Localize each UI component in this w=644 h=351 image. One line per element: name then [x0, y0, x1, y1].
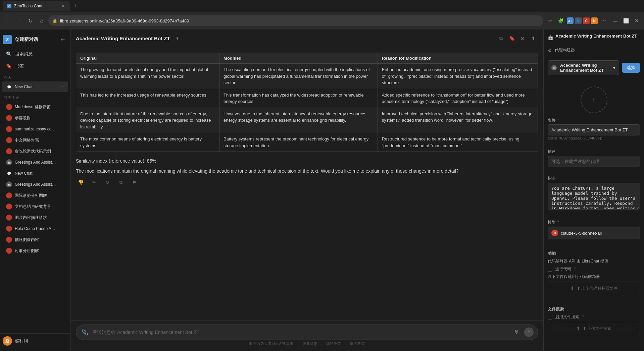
forward-button[interactable]: →	[14, 16, 23, 25]
footer-terms-link[interactable]: 服务政策	[350, 341, 365, 346]
upload-code-icon: ⬆	[570, 285, 574, 291]
sidebar-item-search[interactable]: 🔍 搜索消息	[2, 48, 68, 60]
model-selector[interactable]: C claude-3-5-sonnet-all	[548, 227, 640, 239]
summarize-label: summarize essay content req	[15, 127, 57, 131]
congrats-label: 恭喜发财	[15, 115, 57, 121]
table-cell-modified-1: The escalating demand for electrical ene…	[219, 64, 378, 89]
agent-builder-label: 代理构建器	[555, 47, 575, 53]
back-button[interactable]: ←	[3, 16, 12, 25]
enable-search-checkbox[interactable]	[548, 315, 552, 319]
footer-privacy-link[interactable]: 隐私政策	[326, 341, 341, 346]
sidebar-item-new-chat-active[interactable]: 💬 New Chat ⋯	[2, 81, 68, 92]
hola-label: Hola Cómo Puedo Ayudarte	[15, 226, 57, 231]
sidebar-item-summary[interactable]: 文档总结与研究背景 ⋯	[2, 201, 68, 212]
regenerate-button[interactable]: ↻	[103, 178, 112, 187]
new-chat-more-button[interactable]: ⋯	[59, 84, 64, 90]
feature-section: 功能 代码解释器 API 由 LibreChat 提供 运行代码 ? 以下文件仅…	[548, 248, 640, 298]
congrats-icon	[6, 115, 12, 121]
sidebar-item-greetings2[interactable]: 🤖 Greetings And Assistance Ind ⋯	[2, 179, 68, 190]
sidebar-item-newchat2[interactable]: 💬 New Chat ⋯	[2, 168, 68, 179]
mic-button[interactable]: 🎙	[512, 328, 522, 337]
desc-field-label: 描述	[548, 149, 640, 155]
run-code-item: 运行代码 ?	[548, 266, 640, 272]
user-avatar[interactable]: 赵	[3, 336, 12, 346]
name-section: 名称 * agent_9D8yfbqBggjBGLDvIFVPp	[548, 117, 640, 143]
past7-section-label: 过去 7 天	[0, 93, 70, 102]
ext-icon-3[interactable]: N	[591, 17, 598, 24]
active-tab[interactable]: Z ZetaTechs Chat ✕	[3, 1, 70, 11]
copy-message-button[interactable]: ⧉	[116, 178, 126, 187]
extensions-button[interactable]: 🧩	[556, 16, 565, 25]
table-cell-original-2: This has led to the increased usage of r…	[76, 89, 219, 108]
thumbsdown-button[interactable]: 👎	[76, 178, 85, 187]
sidebar-item-bookmarks[interactable]: 🔖 书签	[2, 60, 68, 72]
ext-icon-2[interactable]: C	[583, 17, 590, 24]
url-text: libre.zetatechs.online/c/a26a35a6-9a39-4…	[60, 18, 189, 23]
summary-icon	[6, 203, 12, 210]
footer-status-link[interactable]: 服务状态	[302, 341, 317, 346]
upload-code-area[interactable]: ⬆ ⬆ 上传代码解释器文件	[548, 282, 640, 295]
game-label: 贪吃蛇游戏代码示例	[15, 149, 57, 154]
avatar-upload-area[interactable]: +	[581, 86, 607, 113]
home-button[interactable]: ⌂	[37, 16, 46, 25]
sidebar-item-game[interactable]: 贪吃蛇游戏代码示例 ⋯	[2, 146, 68, 157]
address-bar[interactable]: 🔒 libre.zetatechs.online/c/a26a35a6-9a39…	[48, 15, 543, 26]
table-cell-original-3: Due to the intermittent nature of the re…	[76, 108, 219, 133]
sidebar-item-greetings1[interactable]: 🤖 Greetings And Assistance Ind ⋯	[2, 157, 68, 168]
bot-selector[interactable]: 🤖 Academic Writing Enhancement Bot ZT ▾	[548, 60, 619, 75]
sidebar-item-chinese[interactable]: 中文网络对骂 ⋯	[2, 135, 68, 145]
sidebar-item-hola[interactable]: Hola Cómo Puedo Ayudarte ⋯	[2, 223, 68, 234]
markdown-label: Markdown 链接新窗□打开	[15, 104, 57, 110]
tab-close-button[interactable]: ✕	[60, 3, 66, 9]
chat-header: Academic Writing Enhancement Bot ZT ▾ ⧉ …	[70, 30, 543, 47]
image-label: 图片内容描述请求	[15, 215, 57, 221]
maximize-button[interactable]: ⬜	[621, 16, 631, 25]
right-panel: 🤖 Academic Writing Enhancement Bot ZT ⚙ …	[543, 30, 644, 351]
greetings1-label: Greetings And Assistance Ind	[15, 160, 57, 165]
upload-search-area[interactable]: ⬆ ⬆ 上传文件搜索	[548, 322, 640, 335]
reload-button[interactable]: ↻	[26, 16, 35, 25]
minimize-button[interactable]: —	[610, 16, 620, 25]
more-extensions-button[interactable]: ⋯	[599, 16, 608, 25]
name-input[interactable]	[548, 124, 640, 135]
run-code-checkbox[interactable]	[548, 267, 552, 272]
new-chat-edit-button[interactable]: ✏	[58, 35, 67, 44]
zt-extension-icon[interactable]: ZT	[567, 17, 574, 24]
share-chat-button[interactable]: ⬆	[529, 34, 538, 43]
edit-message-button[interactable]: ✏	[89, 178, 99, 187]
sidebar-item-markdown[interactable]: Markdown 链接新窗□打开 ⋯	[2, 102, 68, 112]
table-cell-modified-3: However, due to the inherent intermitten…	[219, 108, 378, 133]
sidebar-item-summarize[interactable]: summarize essay content req ⋯	[2, 124, 68, 134]
desc-input[interactable]	[548, 156, 640, 167]
chinese-label: 中文网络对骂	[15, 137, 57, 143]
table-row: This has led to the increased usage of r…	[76, 89, 538, 108]
sidebar-item-timeseries[interactable]: 时事分析图解 ⋯	[2, 245, 68, 256]
chat-title-dropdown-button[interactable]: ▾	[173, 34, 182, 43]
bookmark-chat-button[interactable]: 🔖	[507, 34, 516, 43]
sidebar-item-international[interactable]: 国际形势分析图解 ⋯	[2, 190, 68, 201]
prompt-textarea[interactable]: You are ChatGPT, a large language model …	[548, 183, 640, 210]
new-tab-button[interactable]: +	[71, 1, 81, 11]
copy-chat-button[interactable]: ⧉	[496, 34, 506, 43]
attach-button[interactable]: 📎	[80, 328, 90, 337]
international-icon	[6, 192, 12, 198]
bookmark-star-button[interactable]: ☆	[545, 16, 555, 25]
info-chat-button[interactable]: ⊙	[518, 34, 527, 43]
ext-icon-1[interactable]: 🔵	[575, 17, 582, 24]
similarity-text: Similarity index (reference value): 85%	[76, 157, 538, 165]
code-api-label: 代码解释器 API 由 LibreChat 提供	[548, 258, 608, 264]
sidebar-item-congrats[interactable]: 恭喜发财 ⋯	[2, 113, 68, 123]
sidebar-item-image[interactable]: 图片内容描述请求 ⋯	[2, 212, 68, 223]
send-button[interactable]: ↑	[524, 328, 534, 337]
sidebar-item-describe[interactable]: 描述图像内容 ⋯	[2, 234, 68, 245]
flag-button[interactable]: ⚑	[130, 178, 139, 187]
newchat2-label: New Chat	[15, 171, 57, 176]
browser-controls: ← → ↻ ⌂ 🔒 libre.zetatechs.online/c/a26a3…	[0, 12, 644, 30]
close-button[interactable]: ✕	[632, 16, 641, 25]
select-bot-button[interactable]: 选择	[622, 63, 640, 73]
run-code-help-icon[interactable]: ?	[574, 267, 576, 272]
describe-label: 描述图像内容	[15, 237, 57, 243]
col-header-original: Original	[76, 53, 219, 64]
chat-input[interactable]	[92, 330, 509, 335]
search-help-icon[interactable]: ?	[582, 315, 584, 319]
